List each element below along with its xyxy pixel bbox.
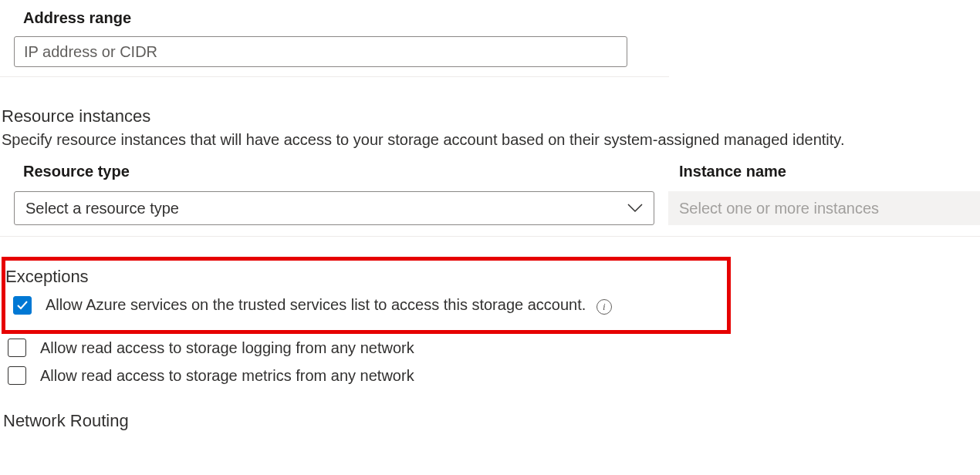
checkbox-label-storage-logging: Allow read access to storage logging fro… bbox=[40, 339, 414, 357]
resource-type-header: Resource type bbox=[23, 163, 679, 180]
info-icon[interactable]: i bbox=[596, 299, 612, 315]
exceptions-highlight: Exceptions Allow Azure services on the t… bbox=[2, 257, 731, 334]
checkbox-label-trusted-services: Allow Azure services on the trusted serv… bbox=[46, 296, 612, 315]
network-routing-title: Network Routing bbox=[0, 389, 980, 431]
checkbox-allow-storage-logging[interactable] bbox=[8, 339, 26, 357]
address-range-label: Address range bbox=[0, 0, 980, 36]
resource-type-placeholder: Select a resource type bbox=[25, 200, 179, 217]
chevron-down-icon bbox=[627, 200, 643, 216]
exceptions-title: Exceptions bbox=[5, 267, 727, 293]
instance-name-dropdown[interactable]: Select one or more instances bbox=[668, 191, 980, 225]
checkbox-allow-trusted-services[interactable] bbox=[13, 296, 32, 315]
instance-name-placeholder: Select one or more instances bbox=[679, 200, 879, 217]
checkbox-allow-storage-metrics[interactable] bbox=[8, 366, 26, 385]
address-range-input[interactable] bbox=[14, 36, 627, 67]
resource-type-dropdown[interactable]: Select a resource type bbox=[14, 191, 654, 225]
resource-instances-description: Specify resource instances that will hav… bbox=[0, 131, 980, 163]
resource-instances-title: Resource instances bbox=[0, 83, 980, 131]
instance-name-header: Instance name bbox=[679, 163, 786, 180]
checkbox-label-storage-metrics: Allow read access to storage metrics fro… bbox=[40, 367, 414, 385]
